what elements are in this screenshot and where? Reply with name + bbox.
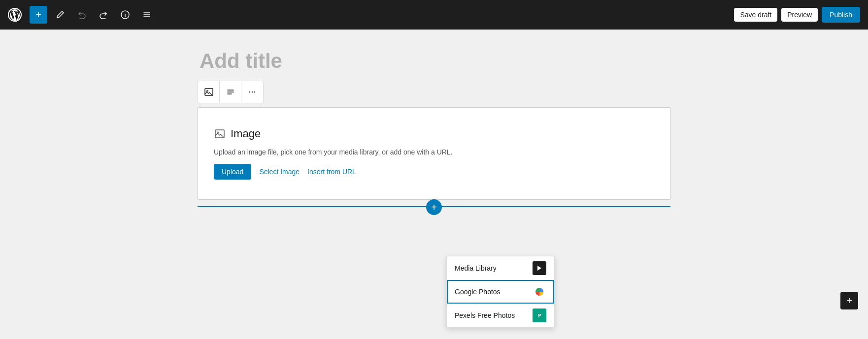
pen-icon (56, 10, 65, 19)
bottom-right-add: + (840, 292, 858, 309)
bottom-right-add-button[interactable]: + (840, 292, 858, 309)
google-pinwheel-icon (534, 286, 545, 297)
insert-from-url-button[interactable]: Insert from URL (307, 168, 356, 176)
preview-button[interactable]: Preview (781, 8, 818, 22)
pexels-icon: P (533, 308, 546, 322)
bottom-right-add-icon: + (846, 295, 852, 307)
publish-button[interactable]: Publish (822, 7, 860, 23)
svg-point-7 (254, 92, 255, 92)
svg-point-9 (217, 132, 219, 133)
undo-icon (77, 10, 86, 19)
media-library-icon (533, 261, 546, 275)
add-block-button[interactable]: + (30, 6, 47, 24)
add-center-icon: + (431, 202, 437, 213)
svg-marker-10 (537, 266, 541, 271)
image-icon (204, 87, 214, 97)
image-block-icon (214, 128, 226, 140)
svg-point-6 (252, 92, 253, 92)
info-button[interactable] (116, 6, 134, 24)
wp-logo[interactable] (6, 6, 24, 24)
post-title[interactable]: Add title (198, 49, 670, 73)
image-block-actions: Upload Select Image Insert from URL (214, 164, 654, 180)
add-block-center: + (426, 199, 442, 215)
select-image-button[interactable]: Select Image (259, 168, 300, 176)
tools-button[interactable] (51, 6, 69, 24)
play-icon (536, 265, 543, 272)
paragraph-icon (226, 87, 235, 97)
svg-point-5 (249, 92, 250, 92)
more-icon (247, 87, 257, 97)
image-block-description: Upload an image file, pick one from your… (214, 148, 654, 156)
block-toolbar-image-btn[interactable] (198, 81, 220, 103)
pexels-item[interactable]: Pexels Free Photos P (447, 304, 554, 327)
undo-button[interactable] (73, 6, 91, 24)
info-icon (121, 10, 130, 19)
upload-button[interactable]: Upload (214, 164, 251, 180)
redo-icon (99, 10, 108, 19)
svg-point-4 (206, 91, 208, 92)
top-toolbar: + Save draft Preview Publish (0, 0, 868, 30)
toolbar-right: Save draft Preview Publish (734, 0, 860, 30)
list-view-button[interactable] (138, 6, 156, 24)
save-draft-button[interactable]: Save draft (734, 8, 777, 22)
media-library-item[interactable]: Media Library (447, 256, 554, 280)
media-library-label: Media Library (455, 264, 497, 272)
google-photos-icon (533, 285, 546, 299)
redo-button[interactable] (95, 6, 112, 24)
list-view-icon (142, 10, 151, 19)
editor-container: Add title (198, 49, 670, 200)
add-block-center-button[interactable]: + (426, 199, 442, 215)
block-toolbar-more-btn[interactable] (241, 81, 263, 103)
pexels-label: Pexels Free Photos (455, 311, 515, 319)
select-image-dropdown: Media Library Google Photos (446, 256, 555, 328)
block-toolbar (198, 81, 264, 103)
image-block-header: Image (214, 127, 654, 140)
svg-point-2 (125, 13, 126, 14)
image-block-title: Image (231, 127, 261, 140)
image-block-svg-icon (214, 128, 226, 140)
google-photos-item[interactable]: Google Photos (447, 280, 554, 304)
image-block: Image Upload an image file, pick one fro… (198, 107, 670, 200)
content-area: Add title (0, 30, 868, 339)
google-photos-label: Google Photos (455, 288, 501, 296)
block-toolbar-text-btn[interactable] (220, 81, 241, 103)
add-block-icon: + (35, 9, 41, 21)
